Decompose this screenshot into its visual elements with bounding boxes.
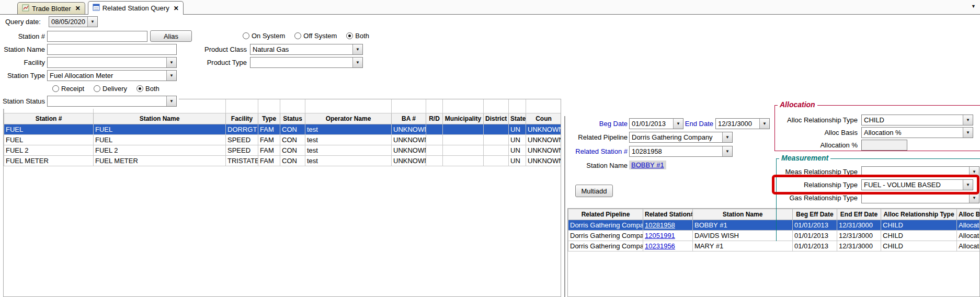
allocation-pct-input[interactable] — [861, 140, 907, 151]
alloc-basis-label: Alloc Basis — [758, 127, 858, 138]
radio-icon — [52, 85, 59, 92]
dropdown-arrow-icon[interactable]: ▼ — [963, 128, 973, 138]
tab-list-arrow-icon[interactable]: ▼ — [971, 4, 976, 9]
grid-cell: UN — [509, 135, 526, 145]
station-status-combo[interactable]: ▼ — [47, 96, 177, 107]
end-date-label: End Date — [684, 118, 713, 129]
grid-row[interactable]: FUEL METER FUEL METER TRISTATE FAM CON t… — [4, 156, 562, 166]
radio-delivery[interactable]: Delivery — [94, 85, 127, 93]
product-class-combo[interactable]: Natural Gas ▼ — [250, 44, 363, 55]
grid-cell — [443, 156, 484, 166]
grid-cell: SPEED — [226, 135, 258, 145]
radio-off-system[interactable]: Off System — [294, 32, 337, 40]
tab-bar: Trade Blotter ✕ Related Station Query ✕ … — [0, 0, 980, 15]
dropdown-arrow-icon[interactable]: ▼ — [87, 17, 97, 27]
close-icon[interactable]: ✕ — [174, 5, 179, 12]
dropdown-arrow-icon[interactable]: ▼ — [963, 115, 973, 125]
grid-cell: UN — [509, 156, 526, 166]
column-header[interactable]: District — [484, 113, 509, 124]
related-station-link[interactable]: 10231956 — [645, 242, 675, 250]
grid-row[interactable]: FUEL 2 FUEL 2 SPEED FAM CON test UNKNOWN… — [4, 145, 562, 156]
dropdown-arrow-icon[interactable]: ▼ — [166, 58, 176, 67]
grid-cell: FAM — [258, 145, 280, 156]
column-header[interactable]: BA # — [392, 113, 426, 124]
station-number-input[interactable] — [47, 31, 147, 42]
grid-cell: UNKNOWN — [526, 124, 562, 135]
product-type-combo[interactable]: ▼ — [250, 57, 363, 68]
dropdown-arrow-icon[interactable]: ▼ — [969, 193, 979, 203]
dropdown-arrow-icon[interactable]: ▼ — [352, 58, 362, 67]
grid-cell: FUEL 2 — [4, 145, 94, 156]
grid-cell: FAM — [258, 135, 280, 145]
grid-cell — [443, 135, 484, 145]
column-header[interactable]: State — [509, 113, 526, 124]
grid-cell: UN — [509, 145, 526, 156]
grid-cell: Dorris Gathering Company — [568, 241, 643, 252]
radio-selected-icon — [136, 85, 143, 92]
alias-button[interactable]: Alias — [150, 30, 192, 42]
radio-on-system[interactable]: On System — [243, 32, 285, 40]
column-header[interactable]: Municipality — [443, 113, 484, 124]
related-station-link[interactable]: 10281958 — [645, 221, 675, 229]
station-type-combo[interactable]: Fuel Allocation Meter ▼ — [47, 70, 177, 81]
query-date-field[interactable]: 08/05/2020 ▼ — [49, 16, 98, 27]
column-header[interactable]: Coun — [526, 113, 562, 124]
dropdown-arrow-icon[interactable]: ▼ — [352, 44, 362, 54]
radio-receipt[interactable]: Receipt — [52, 85, 84, 93]
related-pipeline-combo[interactable]: Dorris Gathering Company ▼ — [629, 132, 733, 143]
grid-cell: CHILD — [881, 241, 957, 252]
grid-row[interactable]: FUEL FUEL DORRGT FAM CON test UNKNOWN UN… — [4, 124, 562, 135]
radio-icon — [94, 85, 100, 92]
grid-cell: Dorris Gathering Company — [568, 231, 643, 241]
column-header[interactable]: R/D — [426, 113, 443, 124]
grid-cell — [484, 145, 509, 156]
dropdown-arrow-icon[interactable]: ▼ — [722, 146, 732, 156]
dropdown-arrow-icon[interactable]: ▼ — [166, 71, 176, 81]
column-header[interactable]: Related Station# — [643, 209, 693, 220]
grid-row[interactable]: FUEL FUEL SPEED FAM CON test UNKNOWN UN … — [4, 135, 562, 145]
column-header[interactable]: Operator Name — [305, 113, 392, 124]
gas-relationship-type-label: Gas Relationship Type — [758, 192, 858, 203]
gas-relationship-type-combo[interactable]: ▼ — [861, 192, 979, 203]
dropdown-arrow-icon[interactable]: ▼ — [963, 180, 973, 190]
allocation-pct-label: Allocation % — [758, 140, 858, 151]
station-name-input[interactable] — [47, 44, 177, 55]
meas-relationship-type-combo[interactable]: ▼ — [861, 166, 979, 177]
grid-cell: CON — [280, 156, 305, 166]
column-header[interactable]: Related Pipeline — [568, 209, 643, 220]
dropdown-arrow-icon[interactable]: ▼ — [673, 119, 683, 129]
grid-cell: FAM — [258, 156, 280, 166]
grid-cell: FUEL 2 — [94, 145, 226, 156]
column-header[interactable]: Status — [280, 113, 305, 124]
related-station-link[interactable]: 12051991 — [645, 232, 675, 239]
relationship-type-combo[interactable]: FUEL - VOLUME BASED ▼ — [861, 179, 973, 190]
grid-cell: DORRGT — [226, 124, 258, 135]
related-station-combo[interactable]: 10281958 ▼ — [629, 146, 733, 157]
radio-both-system[interactable]: Both — [346, 32, 369, 40]
product-class-label: Product Class — [199, 44, 247, 55]
column-header[interactable]: Station # — [4, 113, 94, 124]
close-icon[interactable]: ✕ — [75, 5, 81, 12]
alloc-basis-combo[interactable]: Allocation % ▼ — [861, 127, 973, 138]
beg-date-field[interactable]: 01/01/2013 ▼ — [629, 118, 683, 129]
column-header[interactable]: Facility — [226, 113, 258, 124]
dropdown-arrow-icon[interactable]: ▼ — [166, 96, 176, 106]
column-header[interactable]: Type — [258, 113, 280, 124]
grid-cell: UNKNOWN — [392, 135, 426, 145]
dropdown-arrow-icon[interactable]: ▼ — [969, 167, 979, 177]
alloc-relationship-type-label: Alloc Relationship Type — [758, 115, 858, 125]
alloc-relationship-type-combo[interactable]: CHILD ▼ — [861, 115, 973, 125]
column-header[interactable]: Station Name — [94, 113, 226, 124]
grid-row[interactable]: Dorris Gathering Company 10231956 MARY #… — [568, 241, 980, 252]
tab-related-station-query[interactable]: Related Station Query ✕ — [88, 1, 184, 15]
radio-both[interactable]: Both — [136, 85, 159, 93]
station-status-label: Station Status — [0, 96, 45, 107]
grid-cell: test — [305, 156, 392, 166]
station-name-link[interactable]: BOBBY #1 — [629, 161, 666, 169]
dropdown-arrow-icon[interactable]: ▼ — [722, 132, 732, 142]
grid-cell: UNKNOWN — [392, 145, 426, 156]
tab-trade-blotter[interactable]: Trade Blotter ✕ — [17, 2, 85, 14]
multiadd-button[interactable]: Multiadd — [575, 185, 613, 197]
grid-cell: test — [305, 145, 392, 156]
facility-combo[interactable]: ▼ — [47, 57, 177, 68]
